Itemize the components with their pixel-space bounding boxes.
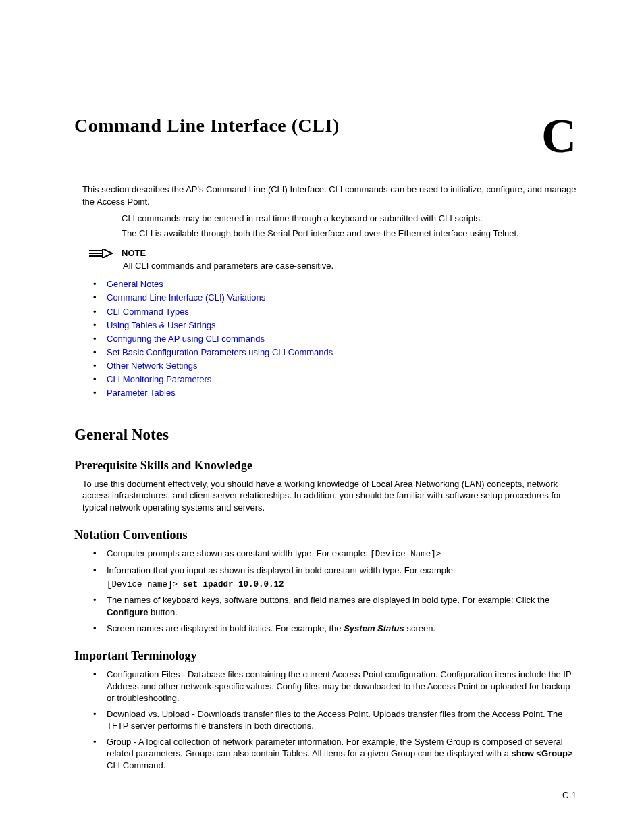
toc-link[interactable]: Using Tables & User Strings (107, 320, 216, 330)
list-item: Set Basic Configuration Parameters using… (93, 346, 576, 359)
list-item: The CLI is available through both the Se… (108, 226, 576, 241)
list-item: Parameter Tables (93, 386, 576, 400)
text: screen. (404, 623, 435, 633)
list-item: Other Network Settings (93, 359, 576, 373)
list-item: Group - A logical collection of network … (93, 736, 576, 772)
toc-link[interactable]: CLI Command Types (107, 307, 189, 317)
code-sample: [Device-Name]> (370, 550, 441, 559)
text: Information that you input as shown is d… (107, 565, 456, 575)
chapter-letter: C (541, 108, 576, 164)
toc-link[interactable]: Parameter Tables (107, 388, 176, 398)
bold-text: show <Group> (512, 748, 573, 758)
code-sample-bold: set ipaddr 10.0.0.12 (183, 580, 284, 590)
list-item: Information that you input as shown is d… (93, 565, 576, 590)
bold-text: Configure (107, 607, 148, 617)
note-text: All CLI commands and parameters are case… (123, 261, 576, 271)
code-sample: [Device name]> (107, 580, 183, 590)
intro-dash-list: CLI commands may be entered in real time… (108, 211, 576, 241)
svg-marker-3 (103, 249, 112, 258)
chapter-title: Command Line Interface (CLI) (74, 115, 576, 136)
list-item: CLI commands may be entered in real time… (108, 211, 576, 226)
terminology-list: Configuration Files - Database files con… (93, 669, 576, 771)
list-item: Configuration Files - Database files con… (93, 669, 576, 704)
list-item: Configuring the AP using CLI commands (93, 332, 576, 346)
note-callout: NOTE All CLI commands and parameters are… (89, 248, 576, 271)
page-number: C-1 (562, 790, 576, 800)
text: Group - A logical collection of network … (107, 737, 563, 759)
list-item: CLI Monitoring Parameters (93, 373, 576, 386)
text: Computer prompts are shown as constant w… (107, 548, 370, 558)
text: The names of keyboard keys, software but… (107, 595, 549, 605)
list-item: Screen names are displayed in bold itali… (93, 623, 576, 635)
section-heading: General Notes (74, 426, 576, 444)
toc-link[interactable]: CLI Monitoring Parameters (107, 374, 211, 384)
note-label: NOTE (122, 248, 146, 258)
list-item: The names of keyboard keys, software but… (93, 594, 576, 618)
toc-list: General Notes Command Line Interface (CL… (93, 278, 576, 400)
toc-link[interactable]: Configuring the AP using CLI commands (107, 334, 265, 344)
list-item: Computer prompts are shown as constant w… (93, 548, 576, 561)
list-item: CLI Command Types (93, 305, 576, 319)
text: CLI Command. (107, 760, 165, 771)
note-arrow-icon (89, 249, 115, 258)
notation-list: Computer prompts are shown as constant w… (93, 548, 576, 634)
toc-link[interactable]: General Notes (107, 279, 163, 289)
text: Screen names are displayed in bold itali… (107, 623, 344, 633)
list-item: General Notes (93, 278, 576, 291)
list-item: Command Line Interface (CLI) Variations (93, 291, 576, 305)
subsection-heading: Notation Conventions (74, 528, 576, 542)
list-item: Using Tables & User Strings (93, 319, 576, 332)
subsection-heading: Prerequisite Skills and Knowledge (74, 459, 576, 473)
paragraph: To use this document effectively, you sh… (82, 478, 576, 514)
toc-link[interactable]: Set Basic Configuration Parameters using… (107, 347, 333, 357)
subsection-heading: Important Terminology (74, 649, 576, 663)
list-item: Download vs. Upload - Downloads transfer… (93, 708, 576, 732)
text: button. (148, 607, 177, 617)
toc-link[interactable]: Command Line Interface (CLI) Variations (107, 292, 265, 303)
toc-link[interactable]: Other Network Settings (107, 361, 197, 371)
intro-paragraph: This section describes the AP's Command … (82, 184, 576, 207)
bold-italic-text: System Status (344, 623, 404, 633)
